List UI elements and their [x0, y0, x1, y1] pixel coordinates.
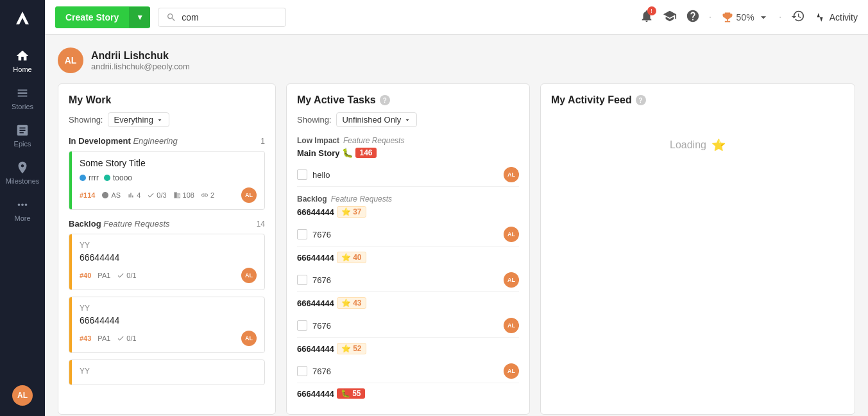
- task-row-7676-3: 7676 AL: [297, 314, 519, 338]
- trophy-button[interactable]: 50%: [721, 11, 770, 24]
- history-button[interactable]: [791, 9, 805, 26]
- create-story-main-button[interactable]: Create Story: [55, 6, 129, 28]
- story-card-backlog-1[interactable]: YY 66644444 #40 PA1 0/1 AL: [69, 234, 265, 290]
- in-development-section-header: In Development Engineering 1: [69, 136, 265, 146]
- story-score-52: ⭐ 52: [337, 343, 366, 354]
- active-tasks-dropdown-chevron: [404, 116, 411, 124]
- dot-separator-2: ·: [779, 10, 782, 24]
- task-avatar-hello: AL: [504, 167, 519, 182]
- search-bar[interactable]: [158, 8, 286, 27]
- story-score-40: ⭐ 40: [337, 252, 366, 263]
- backlog-group-label-3: YY: [80, 367, 257, 376]
- page-content: AL Andrii Lishchuk andrii.lishchuk@peoly…: [45, 35, 868, 416]
- bug-icon: 🐛: [342, 148, 353, 158]
- backlog-footer-1: #40 PA1 0/1 AL: [80, 268, 257, 283]
- activity-button[interactable]: Activity: [814, 12, 858, 23]
- search-icon: [166, 12, 176, 22]
- story-card-backlog-2[interactable]: YY 66644444 #43 PA1 0/1 AL: [69, 297, 265, 353]
- in-development-title: In Development Engineering: [69, 136, 178, 146]
- task-label-7676-1: 7676: [312, 230, 331, 239]
- sidebar-item-stories[interactable]: Stories: [0, 80, 45, 117]
- backlog-card-title-1: 66644444: [80, 252, 257, 263]
- activity-feed-help-icon[interactable]: ?: [636, 95, 646, 105]
- user-info: Andrii Lishchuk andrii.lishchuk@peoly.co…: [91, 50, 190, 71]
- story-card-tags: rrrr toooo: [80, 173, 257, 182]
- story-card-inner-3: YY: [69, 360, 264, 385]
- backlog-assignee-1: AL: [241, 268, 257, 283]
- sidebar-item-more[interactable]: More: [0, 191, 45, 229]
- task-row-7676-4: 7676 AL: [297, 360, 519, 383]
- create-story-button-group[interactable]: Create Story ▼: [55, 6, 150, 28]
- backlog-task-header: Backlog Feature Requests: [297, 195, 519, 204]
- graduation-button[interactable]: [663, 9, 677, 26]
- svg-marker-0: [16, 12, 29, 24]
- sidebar-item-epics[interactable]: Epics: [0, 117, 45, 154]
- story-score-37: ⭐ 37: [337, 206, 366, 218]
- my-work-showing-dropdown[interactable]: Everything: [108, 112, 169, 127]
- task-avatar-7676-1: AL: [504, 227, 519, 242]
- active-tasks-showing-row: Showing: Unfinished Only: [297, 112, 519, 127]
- create-story-dropdown-button[interactable]: ▼: [129, 7, 150, 28]
- in-development-count: 1: [260, 137, 265, 146]
- user-avatar: AL: [58, 48, 83, 73]
- sidebar-avatar[interactable]: AL: [12, 385, 33, 406]
- task-checkbox-7676-2[interactable]: [297, 275, 307, 285]
- app-logo[interactable]: [11, 6, 34, 30]
- active-tasks-help-icon[interactable]: ?: [380, 95, 390, 105]
- user-header: AL Andrii Lishchuk andrii.lishchuk@peoly…: [58, 48, 855, 73]
- story-card-backlog-3[interactable]: YY: [69, 360, 265, 385]
- story-score-55: 🐛 55: [337, 388, 365, 399]
- backlog-assignee-2: AL: [241, 331, 257, 346]
- help-button[interactable]: [686, 9, 700, 26]
- topbar-right: ! · 50% ·: [640, 9, 858, 26]
- story-card-inner: Some Story Title rrrr toooo #114 AS: [69, 152, 264, 209]
- loading-text: Loading: [670, 139, 706, 151]
- activity-icon: [814, 12, 826, 23]
- main-story-score: 146: [355, 148, 376, 158]
- task-label-7676-4: 7676: [312, 367, 331, 376]
- story-card-some-story[interactable]: Some Story Title rrrr toooo #114 AS: [69, 151, 265, 210]
- task-label-hello: hello: [312, 170, 330, 180]
- story-card-title: Some Story Title: [80, 158, 257, 168]
- story-card-inner-2: YY 66644444 #43 PA1 0/1 AL: [69, 297, 264, 352]
- active-tasks-showing-dropdown[interactable]: Unfinished Only: [336, 112, 417, 127]
- task-row-7676-2: 7676 AL: [297, 268, 519, 292]
- my-active-tasks-panel: My Active Tasks ? Showing: Unfinished On…: [286, 83, 530, 415]
- task-row-7676-1: 7676 AL: [297, 223, 519, 247]
- user-name: Andrii Lishchuk: [91, 50, 190, 62]
- my-work-showing-row: Showing: Everything: [69, 112, 265, 127]
- task-checkbox-7676-3[interactable]: [297, 320, 307, 331]
- task-checkbox-7676-1[interactable]: [297, 229, 307, 239]
- backlog-title: Backlog Feature Requests: [69, 219, 170, 229]
- backlog-group-label-1: YY: [80, 241, 257, 250]
- main-content: Create Story ▼ !: [45, 0, 868, 416]
- task-label-7676-2: 7676: [312, 275, 331, 285]
- sidebar-item-milestones[interactable]: Milestones: [0, 154, 45, 191]
- backlog-story-badge-43: 66644444 ⭐ 43: [297, 297, 519, 309]
- my-work-title: My Work: [69, 94, 265, 106]
- my-activity-feed-panel: My Activity Feed ? Loading ⭐: [540, 83, 855, 415]
- notification-badge: !: [647, 6, 656, 15]
- backlog-footer-2: #43 PA1 0/1 AL: [80, 331, 257, 346]
- backlog-story-badge-55: 66644444 🐛 55: [297, 388, 519, 399]
- story-score-43: ⭐ 43: [337, 297, 366, 309]
- backlog-story-badge-40: 66644444 ⭐ 40: [297, 252, 519, 263]
- task-checkbox-hello[interactable]: [297, 169, 307, 180]
- my-work-panel: My Work Showing: Everything In Developme…: [58, 83, 276, 415]
- story-card-inner-1: YY 66644444 #40 PA1 0/1 AL: [69, 234, 264, 290]
- backlog-card-title-2: 66644444: [80, 315, 257, 325]
- task-label-7676-3: 7676: [312, 321, 331, 331]
- task-avatar-7676-4: AL: [504, 363, 519, 379]
- my-active-tasks-title: My Active Tasks ?: [297, 94, 519, 106]
- story-assignee-avatar: AL: [241, 187, 257, 203]
- sidebar-item-home[interactable]: Home: [0, 42, 45, 80]
- task-avatar-7676-3: AL: [504, 318, 519, 333]
- backlog-group-label-2: YY: [80, 304, 257, 313]
- user-email: andrii.lishchuk@peoly.com: [91, 62, 190, 71]
- backlog-count: 14: [257, 220, 265, 229]
- chevron-down-icon: [757, 11, 770, 24]
- low-impact-header: Low Impact Feature Requests: [297, 136, 519, 145]
- task-checkbox-7676-4[interactable]: [297, 366, 307, 376]
- notifications-button[interactable]: !: [640, 9, 654, 26]
- search-input[interactable]: [182, 12, 259, 22]
